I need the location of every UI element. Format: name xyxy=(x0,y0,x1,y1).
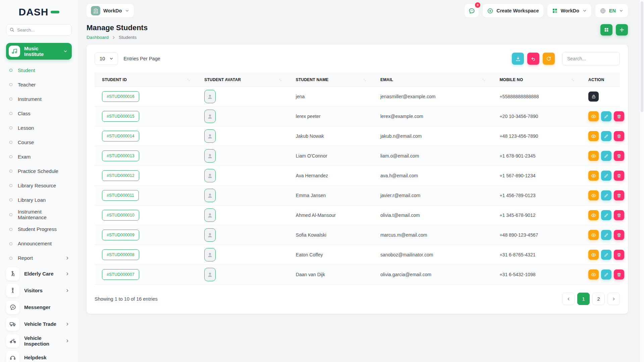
edit-button[interactable] xyxy=(601,269,611,280)
sidebar-module-visitors[interactable]: Visitors xyxy=(6,282,72,299)
edit-button[interactable] xyxy=(601,210,611,220)
language-selector[interactable]: EN xyxy=(595,4,628,17)
row-actions xyxy=(588,269,624,280)
sidebar-group-music-institute[interactable]: Music Institute xyxy=(6,43,72,60)
sidebar-item-library-resource[interactable]: Library Resource xyxy=(6,178,72,193)
delete-button[interactable] xyxy=(614,190,624,200)
pagination-prev-button[interactable] xyxy=(562,293,575,305)
app-window: DASH Music Institute StudentTeacherInstr… xyxy=(0,0,644,362)
headset-icon xyxy=(6,351,19,362)
edit-button[interactable] xyxy=(601,151,611,161)
sidebar-module-vehicle-trade[interactable]: Vehicle Trade xyxy=(6,316,72,333)
trash-icon xyxy=(616,193,622,198)
create-workspace-button[interactable]: Create Workspace xyxy=(483,4,543,17)
sidebar-item-student[interactable]: Student xyxy=(6,63,72,77)
delete-button[interactable] xyxy=(614,230,624,240)
student-id-badge[interactable]: #STUD000012 xyxy=(102,170,139,181)
export-button[interactable] xyxy=(512,53,524,65)
header-student-id[interactable]: STUDENT ID xyxy=(95,77,197,82)
header-student-name[interactable]: STUDENT NAME xyxy=(288,77,373,82)
workspace-selector[interactable]: WorkDo xyxy=(87,4,134,17)
sidebar-item-exam[interactable]: Exam xyxy=(6,149,72,164)
delete-button[interactable] xyxy=(614,111,624,121)
sidebar-item-report[interactable]: Report xyxy=(6,251,72,265)
student-id-badge[interactable]: #STUD000010 xyxy=(102,210,139,221)
sidebar-item-course[interactable]: Course xyxy=(6,135,72,149)
window-scrollbar[interactable] xyxy=(639,0,644,362)
pagination-page-1[interactable]: 1 xyxy=(577,293,590,305)
view-button[interactable] xyxy=(588,151,599,161)
sidebar-item-label: Report xyxy=(18,255,65,261)
reset-button[interactable] xyxy=(527,53,539,65)
student-id-badge[interactable]: #STUD000013 xyxy=(102,150,139,161)
header-email[interactable]: EMAIL xyxy=(373,77,492,82)
chevron-down-icon xyxy=(63,49,68,54)
sidebar-item-student-progress[interactable]: Student Progress xyxy=(6,222,72,237)
view-button[interactable] xyxy=(588,250,599,260)
breadcrumb-dashboard-link[interactable]: Dashboard xyxy=(87,35,109,40)
student-id-badge[interactable]: #STUD000016 xyxy=(102,91,139,102)
header-mobile-no[interactable]: MOBILE NO xyxy=(492,77,581,82)
edit-button[interactable] xyxy=(601,171,611,181)
apps-menu-button[interactable]: WorkDo xyxy=(547,4,591,17)
refresh-button[interactable] xyxy=(543,53,555,65)
sidebar-item-instrument-maintenance[interactable]: Instrument Maintenance xyxy=(6,207,72,222)
sidebar-search-input[interactable] xyxy=(6,24,72,36)
edit-button[interactable] xyxy=(601,250,611,260)
student-avatar xyxy=(204,248,216,261)
edit-button[interactable] xyxy=(601,190,611,200)
edit-button[interactable] xyxy=(601,230,611,240)
sidebar-item-teacher[interactable]: Teacher xyxy=(6,77,72,92)
student-id-badge[interactable]: #STUD000011 xyxy=(102,190,139,201)
view-button[interactable] xyxy=(588,111,599,121)
sidebar-item-instrument[interactable]: Instrument xyxy=(6,92,72,106)
table-row: #STUD000015lerex peeterlerex@example.com… xyxy=(95,107,620,126)
messages-button[interactable]: 0 xyxy=(465,4,479,17)
sidebar-module-messenger[interactable]: Messenger xyxy=(6,299,72,316)
delete-button[interactable] xyxy=(614,131,624,141)
view-button[interactable] xyxy=(588,210,599,220)
table-search-input[interactable] xyxy=(562,52,620,65)
lock-button[interactable] xyxy=(588,92,599,102)
circle-icon xyxy=(9,242,12,245)
table-row: #STUD000014Jakub Nowakjakub.n@email.com+… xyxy=(95,126,620,146)
sidebar-item-practice-schedule[interactable]: Practice Schedule xyxy=(6,164,72,178)
delete-button[interactable] xyxy=(614,269,624,280)
header-student-avatar[interactable]: STUDENT AVATAR xyxy=(197,77,288,82)
delete-button[interactable] xyxy=(614,210,624,220)
view-button[interactable] xyxy=(588,131,599,141)
edit-button[interactable] xyxy=(601,111,611,121)
scrollbar-thumb[interactable] xyxy=(641,1,643,112)
delete-button[interactable] xyxy=(614,151,624,161)
entries-per-page-select[interactable]: 10 xyxy=(95,52,118,65)
sidebar-item-label: Library Resource xyxy=(18,183,72,188)
eye-icon xyxy=(591,133,596,139)
circle-icon xyxy=(9,141,12,144)
sidebar-item-class[interactable]: Class xyxy=(6,106,72,121)
sidebar-item-label: Student Progress xyxy=(18,226,72,232)
pagination-page-2[interactable]: 2 xyxy=(592,293,605,305)
delete-button[interactable] xyxy=(614,171,624,181)
view-button[interactable] xyxy=(588,269,599,280)
student-id-badge[interactable]: #STUD000007 xyxy=(102,269,139,280)
sidebar-module-elderly-care[interactable]: Elderly Care xyxy=(6,265,72,282)
sidebar-item-lesson[interactable]: Lesson xyxy=(6,121,72,135)
grid-view-button[interactable] xyxy=(600,24,612,36)
view-button[interactable] xyxy=(588,230,599,240)
header-action: ACTION xyxy=(581,77,620,82)
student-id-badge[interactable]: #STUD000014 xyxy=(102,131,139,141)
student-avatar xyxy=(204,90,216,103)
student-id-badge[interactable]: #STUD000015 xyxy=(102,111,139,122)
add-student-button[interactable] xyxy=(616,24,628,36)
pagination-next-button[interactable] xyxy=(607,293,620,305)
sidebar-module-vehicle-inspection[interactable]: Vehicle Inspection xyxy=(6,333,72,349)
student-id-badge[interactable]: #STUD000009 xyxy=(102,230,139,240)
sidebar-module-helpdesk[interactable]: Helpdesk xyxy=(6,349,72,362)
edit-button[interactable] xyxy=(601,131,611,141)
sidebar-item-library-loan[interactable]: Library Loan xyxy=(6,193,72,207)
view-button[interactable] xyxy=(588,171,599,181)
delete-button[interactable] xyxy=(614,250,624,260)
student-id-badge[interactable]: #STUD000008 xyxy=(102,249,139,260)
sidebar-item-announcement[interactable]: Announcement xyxy=(6,237,72,251)
view-button[interactable] xyxy=(588,190,599,200)
